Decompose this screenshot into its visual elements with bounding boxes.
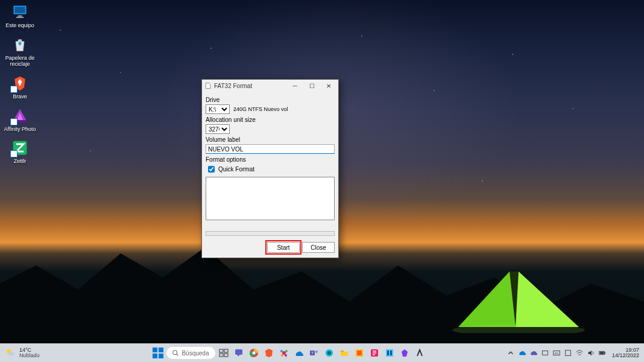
taskbar: 14°C Nublado Búsqueda T ES	[0, 343, 644, 362]
svg-text:ES: ES	[555, 352, 558, 355]
window-title: FAT32 Format	[214, 83, 286, 89]
desktop-icon-label: Affinity Photo	[4, 127, 36, 133]
svg-rect-19	[235, 349, 242, 355]
desktop-icon-este-equipo[interactable]: Este equipo	[1, 1, 39, 30]
svg-rect-17	[219, 354, 223, 357]
drive-label: Drive	[206, 97, 335, 103]
svg-point-25	[285, 350, 288, 352]
quick-format-checkbox[interactable]	[208, 166, 215, 173]
svg-line-14	[177, 354, 178, 355]
svg-rect-45	[604, 352, 605, 354]
task-view-icon[interactable]	[217, 346, 230, 360]
svg-rect-39	[390, 351, 392, 355]
fat32-format-dialog: FAT32 Format ─ ☐ ✕ Drive K:\ 240G NTFS N…	[201, 79, 339, 258]
brave-icon	[10, 74, 30, 93]
svg-rect-18	[224, 354, 228, 357]
progress-bar	[206, 231, 335, 236]
weather-icon	[5, 348, 16, 358]
svg-point-24	[280, 350, 283, 352]
search-icon	[172, 350, 179, 357]
tray-icon-1[interactable]	[541, 349, 549, 357]
svg-rect-40	[543, 351, 548, 355]
maximize-button[interactable]: ☐	[303, 80, 320, 91]
brave-taskbar-icon[interactable]	[262, 346, 276, 360]
desktop-icon-brave[interactable]: Brave	[1, 72, 39, 101]
svg-point-0	[452, 324, 585, 333]
svg-point-32	[327, 351, 331, 355]
desktop-icon-papelera[interactable]: Papelera de reciclaje	[1, 34, 39, 69]
search-placeholder: Búsqueda	[182, 350, 209, 357]
tray-icon-2[interactable]	[564, 349, 572, 357]
format-options-label: Format options	[206, 156, 335, 163]
affinity-photo-icon	[10, 106, 30, 125]
quick-format-label: Quick Format	[218, 166, 254, 173]
svg-point-13	[173, 350, 177, 354]
svg-rect-10	[159, 348, 163, 352]
app-icon-3[interactable]	[353, 346, 366, 360]
app-icon	[204, 82, 212, 89]
chat-icon[interactable]	[232, 346, 245, 360]
pc-icon	[10, 2, 30, 22]
zettlr-icon	[10, 138, 30, 157]
svg-point-8	[8, 352, 14, 356]
volume-icon[interactable]	[587, 349, 595, 357]
svg-rect-9	[153, 348, 157, 352]
chrome-icon[interactable]	[247, 346, 260, 360]
start-button[interactable]: Start	[267, 242, 300, 253]
close-dialog-button[interactable]: Close	[302, 242, 335, 253]
svg-rect-38	[387, 351, 389, 355]
desktop-icon-label: Brave	[13, 94, 27, 100]
desktop-icon-affinity-photo[interactable]: Affinity Photo	[1, 105, 39, 134]
svg-point-30	[315, 351, 318, 353]
drive-select[interactable]: K:\	[206, 104, 230, 114]
svg-rect-5	[13, 120, 27, 122]
svg-rect-43	[566, 351, 571, 356]
taskbar-clock[interactable]: 19:07 14/12/2022	[610, 348, 639, 358]
app-icon-2[interactable]	[323, 346, 336, 360]
explorer-icon[interactable]	[338, 346, 351, 360]
onedrive-icon[interactable]	[292, 346, 306, 360]
app-icon-4[interactable]	[368, 346, 381, 360]
wifi-icon[interactable]	[575, 349, 584, 357]
recycle-bin-icon	[10, 35, 30, 54]
app-icon-5[interactable]	[383, 346, 396, 360]
volume-label-label: Volume label	[206, 136, 335, 143]
app-icon-1[interactable]	[277, 346, 291, 360]
language-icon[interactable]: ES	[552, 349, 561, 357]
svg-rect-4	[16, 17, 24, 18]
log-output	[206, 177, 335, 220]
desktop-icon-label: Este equipo	[5, 23, 34, 29]
svg-rect-12	[159, 354, 163, 358]
taskbar-weather[interactable]: 14°C Nublado	[0, 348, 71, 358]
svg-text:T: T	[311, 351, 314, 355]
minimize-button[interactable]: ─	[286, 80, 303, 91]
app-icon-6[interactable]	[413, 346, 426, 360]
svg-rect-16	[224, 349, 228, 352]
drive-description: 240G NTFS Nuevo vol	[233, 106, 288, 112]
desktop-icon-label: Zettlr	[14, 159, 27, 165]
onedrive-tray-icon[interactable]	[518, 349, 526, 357]
allocation-unit-label: Allocation unit size	[206, 116, 335, 123]
desktop-icons: Este equipo Papelera de reciclaje Brave …	[1, 1, 39, 166]
start-button-taskbar[interactable]	[151, 346, 165, 360]
weather-condition: Nublado	[19, 353, 40, 358]
volume-label-input[interactable]	[206, 144, 335, 154]
svg-rect-3	[18, 15, 22, 17]
battery-icon[interactable]	[598, 349, 607, 357]
svg-point-26	[281, 354, 283, 357]
svg-rect-37	[386, 349, 393, 357]
svg-rect-11	[153, 354, 157, 358]
taskbar-search[interactable]: Búsqueda	[166, 347, 215, 359]
svg-point-23	[282, 351, 286, 355]
titlebar[interactable]: FAT32 Format ─ ☐ ✕	[202, 80, 338, 92]
allocation-unit-select[interactable]: 32768	[206, 124, 230, 134]
chevron-up-icon[interactable]	[507, 349, 515, 357]
close-button[interactable]: ✕	[320, 80, 337, 91]
desktop-icon-label: Papelera de reciclaje	[2, 56, 37, 68]
teams-icon[interactable]: T	[308, 346, 321, 360]
svg-rect-35	[357, 351, 362, 355]
onedrive-tray-icon-2[interactable]	[529, 349, 538, 357]
desktop-icon-zettlr[interactable]: Zettlr	[1, 137, 39, 166]
obsidian-icon[interactable]	[398, 346, 411, 360]
svg-point-27	[285, 354, 287, 357]
